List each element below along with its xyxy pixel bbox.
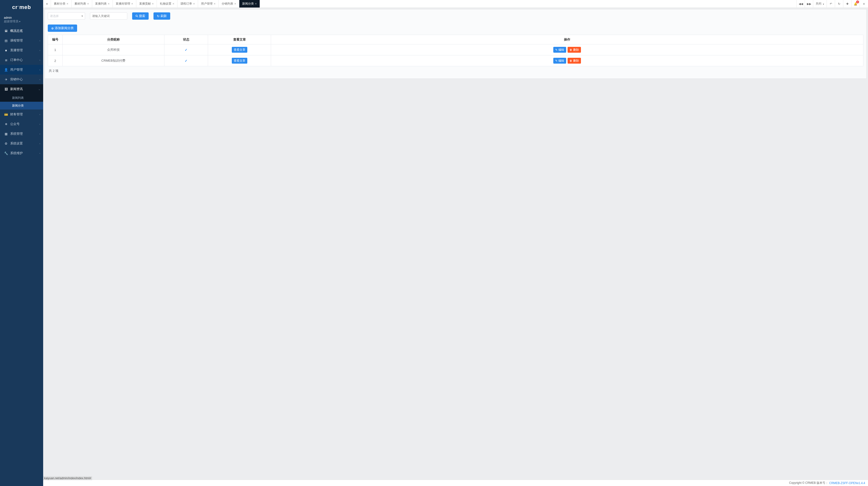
notifications-button[interactable]: 🔔 0 [851, 0, 860, 7]
tab-live-list[interactable]: 直播列表 [92, 0, 113, 7]
tab-gift-settings[interactable]: 礼物设置 [157, 0, 178, 7]
back-button[interactable]: ↶ [827, 0, 835, 7]
close-icon[interactable] [173, 2, 174, 5]
view-article-label: 查看文章 [234, 48, 245, 52]
cell-name: 众邦科技 [63, 45, 164, 55]
sidebar-item-user[interactable]: 👤 用户管理 ‹ [0, 65, 43, 75]
search-label: 搜索 [139, 14, 145, 18]
tab-course-order[interactable]: 课程订单 [178, 0, 198, 7]
tab-user-mgmt[interactable]: 用户管理 [198, 0, 219, 7]
close-dropdown-label: 关闭 [816, 2, 822, 6]
news-icon: 🖼 [4, 87, 8, 91]
tabs-prev-button[interactable]: ◀◀ [797, 0, 805, 7]
add-category-button[interactable]: 添加新闻分类 [48, 25, 77, 32]
edit-button[interactable]: 编辑 [553, 58, 566, 64]
sidebar-item-news[interactable]: 🖼 新闻资讯 ⌄ [0, 84, 43, 94]
sidebar-toggle-button[interactable]: ≡ [43, 0, 51, 7]
cell-ops: 编辑 删除 [271, 45, 863, 55]
edit-label: 编辑 [558, 59, 564, 63]
finance-icon: 💳 [4, 113, 8, 116]
logo: crmeb [0, 0, 43, 15]
chevron-left-icon: ‹ [39, 59, 40, 61]
sidebar-item-system[interactable]: ▦ 系统管理 ‹ [0, 129, 43, 139]
menu-icon: ≡ [863, 2, 865, 6]
edit-button[interactable]: 编辑 [553, 47, 566, 53]
sidebar-item-settings[interactable]: ⚙ 系统设置 ‹ [0, 139, 43, 148]
maintenance-icon: 🔧 [4, 151, 8, 155]
cell-view: 查看文章 [208, 55, 271, 66]
sidebar-item-maintenance[interactable]: 🔧 系统维护 ‹ [0, 148, 43, 158]
sidebar-item-label: 用户管理 [10, 67, 23, 72]
sidebar-sub-news-category[interactable]: 新闻分类 [0, 102, 43, 110]
tab-live-room[interactable]: 直播间管理 [113, 0, 136, 7]
search-icon [135, 14, 138, 18]
cell-view: 查看文章 [208, 45, 271, 55]
sidebar-item-course[interactable]: ▤ 课程管理 ‹ [0, 36, 43, 46]
close-icon[interactable] [131, 2, 133, 5]
menu-button[interactable]: ≡ [860, 0, 868, 7]
tab-live-contribution[interactable]: 直播贡献 [136, 0, 157, 7]
sidebar-item-label: 系统管理 [10, 132, 23, 136]
trash-icon [569, 48, 572, 52]
close-icon[interactable] [66, 2, 68, 5]
view-article-button[interactable]: 查看文章 [232, 58, 247, 64]
undo-icon: ↶ [830, 2, 832, 6]
tab-label: 直播列表 [95, 2, 107, 6]
sidebar-item-marketing[interactable]: ✈ 营销中心 ‹ [0, 75, 43, 84]
overview-icon: 🏛 [4, 29, 8, 33]
tab-material-list[interactable]: 素材列表 [71, 0, 92, 7]
settings-icon: ⚙ [4, 142, 8, 145]
sidebar: crmeb admin 超级管理员 🏛 概况总览 ▤ 课程管理 ‹ ■ 直播管理… [0, 0, 43, 486]
close-icon[interactable] [87, 2, 89, 5]
refresh-icon [157, 14, 159, 18]
tab-material-category[interactable]: 素材分类 [51, 0, 71, 7]
delete-button[interactable]: 删除 [567, 58, 581, 64]
expand-icon: ✚ [846, 2, 848, 6]
sidebar-item-order[interactable]: ≣ 订单中心 ‹ [0, 55, 43, 65]
sidebar-item-overview[interactable]: 🏛 概况总览 [0, 26, 43, 36]
search-button[interactable]: 搜索 [132, 12, 149, 20]
cell-ops: 编辑 删除 [271, 55, 863, 66]
close-icon[interactable] [152, 2, 154, 5]
user-role-dropdown[interactable]: 超级管理员 [4, 20, 39, 24]
col-name: 分类昵称 [63, 35, 164, 45]
close-icon[interactable] [107, 2, 110, 5]
check-icon [185, 59, 187, 63]
close-icon[interactable] [255, 2, 257, 5]
sidebar-item-label: 财务管理 [10, 112, 23, 116]
tab-label: 素材分类 [54, 2, 65, 6]
chevron-left-icon: ‹ [39, 152, 40, 154]
footer-version-link[interactable]: CRMEB-ZSFF-OPENv1.4.4 [829, 481, 865, 485]
tabs-next-button[interactable]: ▶▶ [805, 0, 813, 7]
tab-label: 直播间管理 [116, 2, 130, 6]
tab-label: 新闻分类 [242, 2, 254, 6]
sidebar-sub-label: 新闻列表 [12, 96, 24, 100]
close-dropdown[interactable]: 关闭 [813, 0, 827, 7]
tab-label: 分销列表 [222, 2, 233, 6]
sidebar-sub-news-list[interactable]: 新闻列表 [0, 94, 43, 102]
chevron-left-icon: ‹ [39, 142, 40, 145]
close-icon[interactable] [193, 2, 195, 5]
sidebar-item-label: 订单中心 [10, 58, 23, 62]
refresh-tab-button[interactable]: ↻ [835, 0, 843, 7]
refresh-button[interactable]: 刷新 [153, 12, 170, 20]
tab-distribution-list[interactable]: 分销列表 [219, 0, 239, 7]
tabbar-right: ◀◀ ▶▶ 关闭 ↶ ↻ ✚ 🔔 0 ≡ [797, 0, 868, 7]
sidebar-item-finance[interactable]: 💳 财务管理 ‹ [0, 110, 43, 119]
sidebar-item-live[interactable]: ■ 直播管理 ‹ [0, 46, 43, 55]
delete-button[interactable]: 删除 [567, 47, 581, 53]
view-article-button[interactable]: 查看文章 [232, 47, 247, 53]
expand-button[interactable]: ✚ [843, 0, 851, 7]
close-icon[interactable] [234, 2, 236, 5]
keyword-input[interactable] [90, 12, 127, 20]
category-table: 编号 分类昵称 状态 查看文章 操作 1 众邦科技 查看文章 [48, 35, 863, 66]
wechat-icon: ✵ [4, 122, 8, 126]
tab-news-category[interactable]: 新闻分类 [239, 0, 260, 7]
double-chevron-right-icon: ▶▶ [807, 2, 811, 6]
chevron-left-icon: ‹ [39, 133, 40, 135]
sidebar-item-wechat[interactable]: ✵ 公众号 ‹ [0, 119, 43, 129]
trash-icon [569, 59, 572, 62]
close-icon[interactable] [214, 2, 216, 5]
logo-text: crmeb [12, 4, 31, 10]
category-select[interactable]: 请选择 [48, 12, 85, 20]
